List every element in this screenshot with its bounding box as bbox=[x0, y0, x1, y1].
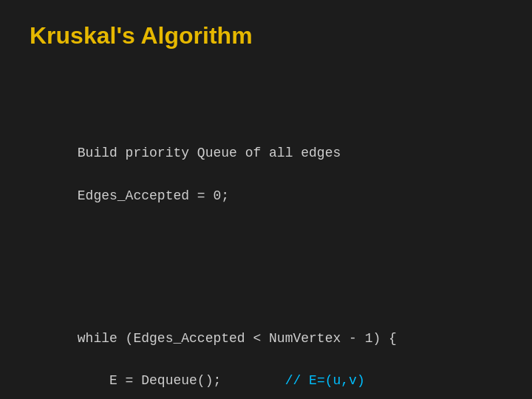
slide-title: Kruskal's Algorithm bbox=[30, 22, 502, 57]
code-line-4-comment: // E=(u,v) bbox=[285, 373, 365, 388]
code-block: Build priority Queue of all edges Edges_… bbox=[30, 79, 502, 399]
code-section-1: Build priority Queue of all edges Edges_… bbox=[30, 122, 502, 228]
slide: Kruskal's Algorithm Build priority Queue… bbox=[0, 0, 532, 399]
code-line-3: while (Edges_Accepted < NumVertex - 1) { bbox=[78, 331, 397, 346]
code-line-1: Build priority Queue of all edges bbox=[78, 146, 341, 160]
code-section-2: while (Edges_Accepted < NumVertex - 1) {… bbox=[30, 307, 502, 399]
code-line-4-before: E = Dequeue(); bbox=[78, 373, 285, 388]
code-line-2: Edges_Accepted = 0; bbox=[78, 188, 229, 203]
